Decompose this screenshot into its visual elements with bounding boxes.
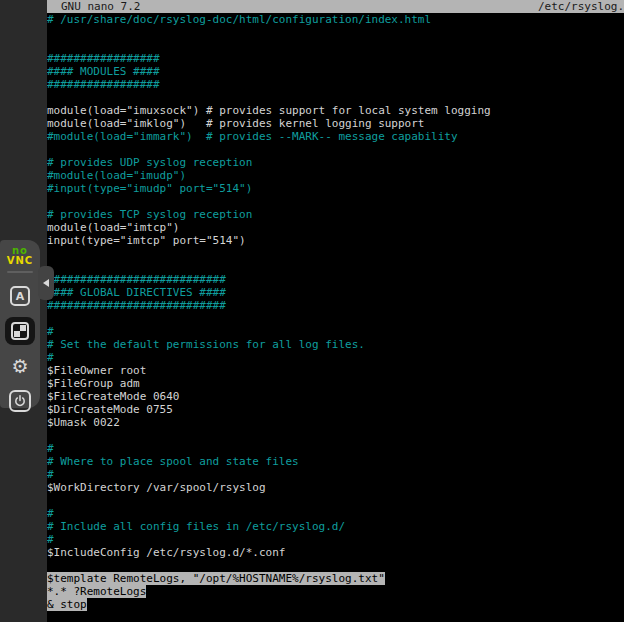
editor-line[interactable]: # Set the default permissions for all lo…	[47, 338, 624, 351]
editor-line[interactable]: #module(load="immark") # provides --MARK…	[47, 130, 624, 143]
editor-line[interactable]: #################	[47, 78, 624, 91]
editor-line[interactable]: $FileOwner root	[47, 364, 624, 377]
gear-icon: ⚙	[11, 357, 28, 376]
power-button[interactable]	[5, 387, 35, 415]
editor-line[interactable]	[47, 247, 624, 260]
editor-line[interactable]	[47, 312, 624, 325]
editor-line[interactable]: #	[47, 351, 624, 364]
keyboard-button[interactable]: A	[5, 282, 35, 310]
editor-line[interactable]: module(load="imklog") # provides kernel …	[47, 117, 624, 130]
editor-line[interactable]: # Where to place spool and state files	[47, 455, 624, 468]
editor-line[interactable]: #### GLOBAL DIRECTIVES ####	[47, 286, 624, 299]
editor-line[interactable]	[47, 559, 624, 572]
editor-line[interactable]: $FileGroup adm	[47, 377, 624, 390]
nano-app-title: GNU nano 7.2	[47, 0, 140, 13]
editor-line[interactable]: $FileCreateMode 0640	[47, 390, 624, 403]
editor-line[interactable]: ###########################	[47, 273, 624, 286]
editor-line[interactable]: #	[47, 325, 624, 338]
settings-button[interactable]: ⚙	[5, 352, 35, 380]
editor-line[interactable]: $WorkDirectory /var/spool/rsyslog	[47, 481, 624, 494]
editor-line[interactable]	[47, 494, 624, 507]
editor-line[interactable]: #################	[47, 52, 624, 65]
editor-line[interactable]	[47, 91, 624, 104]
editor-line[interactable]: ###########################	[47, 299, 624, 312]
fullscreen-button[interactable]	[5, 317, 35, 345]
editor-line[interactable]: $IncludeConfig /etc/rsyslog.d/*.conf	[47, 546, 624, 559]
fullscreen-icon	[11, 322, 29, 340]
novnc-logo-vnc: VNC	[0, 256, 40, 266]
editor-line[interactable]	[47, 260, 624, 273]
editor-line[interactable]: #module(load="imudp")	[47, 169, 624, 182]
editor-line[interactable]: & stop	[47, 598, 624, 611]
editor-line[interactable]: module(load="imuxsock") # provides suppo…	[47, 104, 624, 117]
editor-line[interactable]	[47, 39, 624, 52]
editor-line[interactable]: $Umask 0022	[47, 416, 624, 429]
editor-line[interactable]	[47, 195, 624, 208]
keyboard-icon-letter: A	[16, 291, 25, 302]
editor-line[interactable]: $template RemoteLogs, "/opt/%HOSTNAME%/r…	[47, 572, 624, 585]
editor-line[interactable]: # /usr/share/doc/rsyslog-doc/html/config…	[47, 13, 624, 26]
keyboard-icon: A	[10, 286, 30, 306]
editor-line[interactable]: # Include all config files in /etc/rsysl…	[47, 520, 624, 533]
editor-line[interactable]: #	[47, 468, 624, 481]
editor-line[interactable]	[47, 26, 624, 39]
editor-line[interactable]: module(load="imtcp")	[47, 221, 624, 234]
nano-titlebar: GNU nano 7.2 /etc/rsyslog.	[47, 0, 624, 13]
collapse-arrow-icon	[43, 279, 49, 287]
editor-line[interactable]: # provides UDP syslog reception	[47, 156, 624, 169]
editor-content[interactable]: # /usr/share/doc/rsyslog-doc/html/config…	[47, 13, 624, 622]
editor-line[interactable]	[47, 429, 624, 442]
editor-line[interactable]: #	[47, 442, 624, 455]
editor-line[interactable]: #	[47, 533, 624, 546]
editor-line[interactable]: #### MODULES ####	[47, 65, 624, 78]
power-icon	[9, 390, 31, 412]
editor-line[interactable]: # provides TCP syslog reception	[47, 208, 624, 221]
editor-line[interactable]: #	[47, 507, 624, 520]
novnc-logo: no VNC	[0, 240, 40, 266]
editor-line[interactable]	[47, 143, 624, 156]
novnc-control-bar: no VNC A ⚙	[0, 240, 40, 408]
editor-line[interactable]: *.* ?RemoteLogs	[47, 585, 624, 598]
editor-line[interactable]: input(type="imtcp" port="514")	[47, 234, 624, 247]
editor-line[interactable]: #input(type="imudp" port="514")	[47, 182, 624, 195]
editor-line[interactable]: $DirCreateMode 0755	[47, 403, 624, 416]
control-bar-handle[interactable]	[38, 266, 54, 300]
nano-file-path: /etc/rsyslog.	[538, 0, 624, 13]
